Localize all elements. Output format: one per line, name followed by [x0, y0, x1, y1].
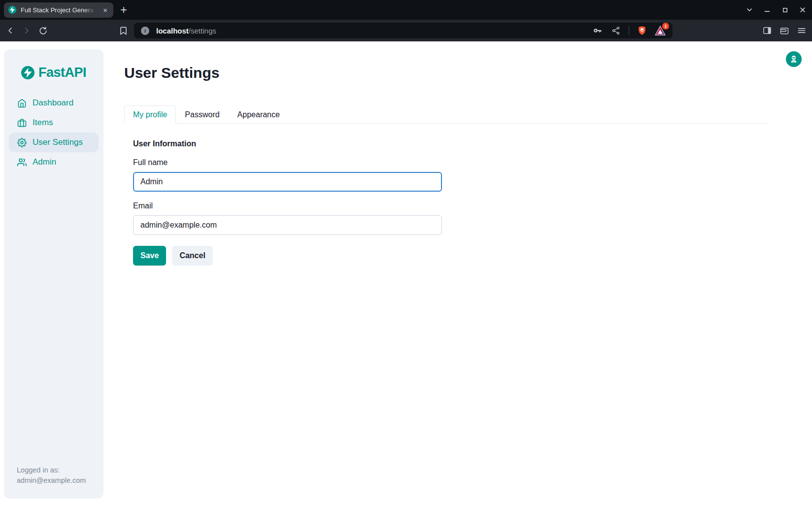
sidebar-nav: Dashboard Items User Settings Admin	[4, 93, 103, 172]
sidebar-item-user-settings[interactable]: User Settings	[9, 133, 99, 152]
full-name-label: Full name	[133, 158, 812, 167]
back-button[interactable]	[5, 25, 16, 36]
rewards-badge: 1	[662, 23, 669, 30]
profile-panel: User Information Full name Email Save Ca…	[124, 124, 812, 266]
email-input[interactable]	[133, 215, 442, 235]
forward-button[interactable]	[21, 25, 32, 36]
tab-close-icon[interactable]: ×	[101, 5, 109, 15]
browser-tab[interactable]: Full Stack Project Genera ×	[4, 2, 113, 18]
brave-shields-icon[interactable]	[637, 25, 647, 36]
divider	[629, 26, 629, 35]
main-area: User Settings My profile Password Appear…	[103, 41, 812, 505]
briefcase-icon	[17, 118, 27, 128]
section-title: User Information	[133, 139, 812, 148]
fastapi-bolt-icon	[21, 66, 34, 79]
users-icon	[17, 158, 27, 167]
home-icon	[17, 99, 27, 108]
logged-in-as: Logged in as: admin@example.com	[4, 465, 103, 499]
tab-my-profile[interactable]: My profile	[124, 105, 176, 124]
tab-password[interactable]: Password	[176, 105, 228, 124]
email-label: Email	[133, 202, 812, 210]
menu-hamburger-icon[interactable]	[796, 25, 807, 36]
full-name-input[interactable]	[133, 172, 442, 192]
tab-appearance[interactable]: Appearance	[229, 105, 289, 124]
sidebar: FastAPI Dashboard Items User Settings	[4, 49, 103, 499]
reload-button[interactable]	[37, 25, 48, 36]
logged-in-email: admin@example.com	[17, 475, 97, 486]
url-bar[interactable]: i localhost/settings 1	[134, 23, 673, 38]
sidebar-item-label: User Settings	[33, 137, 83, 147]
password-key-icon[interactable]	[592, 25, 603, 36]
settings-tabs: My profile Password Appearance	[124, 105, 767, 124]
sidebar-item-items[interactable]: Items	[9, 113, 99, 133]
sidebar-item-admin[interactable]: Admin	[9, 152, 99, 172]
window-minimize-button[interactable]	[762, 4, 773, 15]
form-actions: Save Cancel	[133, 246, 812, 266]
sidebar-item-dashboard[interactable]: Dashboard	[9, 93, 99, 113]
browser-toolbar: i localhost/settings 1	[0, 20, 812, 41]
url-host: localhost	[156, 27, 189, 35]
browser-tab-strip: Full Stack Project Genera × +	[0, 0, 812, 20]
fastapi-favicon-icon	[8, 5, 17, 14]
url-path: /settings	[189, 27, 216, 35]
site-info-icon[interactable]: i	[141, 27, 149, 35]
gear-icon	[17, 138, 27, 147]
sidebar-panel-icon[interactable]	[762, 25, 773, 36]
share-icon[interactable]	[610, 25, 621, 36]
tab-search-chevron-icon[interactable]	[744, 4, 755, 15]
url-text: localhost/settings	[156, 27, 216, 35]
new-tab-button[interactable]: +	[120, 4, 127, 16]
page-content: FastAPI Dashboard Items User Settings	[0, 41, 812, 505]
brave-rewards-icon[interactable]: 1	[655, 26, 666, 35]
fastapi-logo: FastAPI	[4, 65, 103, 80]
save-button[interactable]: Save	[133, 246, 166, 266]
wallet-icon[interactable]	[779, 25, 790, 36]
sidebar-item-label: Admin	[33, 157, 56, 167]
logged-in-label: Logged in as:	[17, 465, 97, 475]
cancel-button[interactable]: Cancel	[172, 246, 212, 266]
window-close-button[interactable]	[797, 4, 808, 15]
tab-title: Full Stack Project Genera	[21, 6, 97, 14]
sidebar-item-label: Dashboard	[33, 98, 73, 108]
bookmark-icon[interactable]	[118, 25, 129, 36]
sidebar-item-label: Items	[33, 118, 53, 128]
window-maximize-button[interactable]	[779, 4, 790, 15]
page-title: User Settings	[124, 64, 812, 82]
fastapi-logo-text: FastAPI	[38, 65, 86, 80]
